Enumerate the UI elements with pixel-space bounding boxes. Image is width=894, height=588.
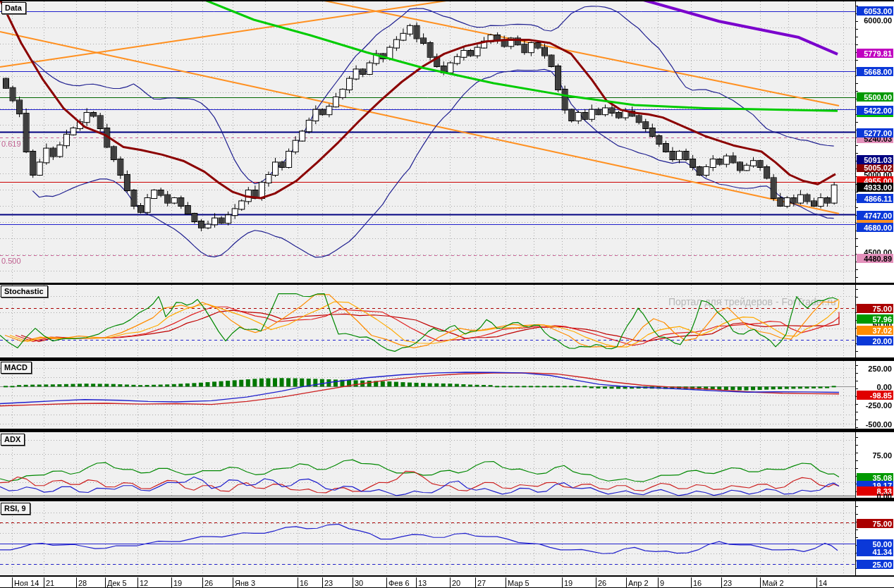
tab-adx[interactable]: ADX (1, 434, 25, 446)
fib-level-0619: 0.619 (1, 140, 21, 148)
trading-chart-window: 6053.006000.005779.815668.005500.005422.… (0, 0, 894, 588)
fib-level-0500: 0.500 (1, 257, 21, 265)
tab-stochastic[interactable]: Stochastic (1, 286, 48, 298)
tab-rsi[interactable]: RSI, 9 (1, 503, 30, 515)
chart-canvas[interactable] (0, 0, 894, 588)
tab-data[interactable]: Data (1, 2, 26, 14)
tab-macd[interactable]: MACD (1, 362, 32, 374)
